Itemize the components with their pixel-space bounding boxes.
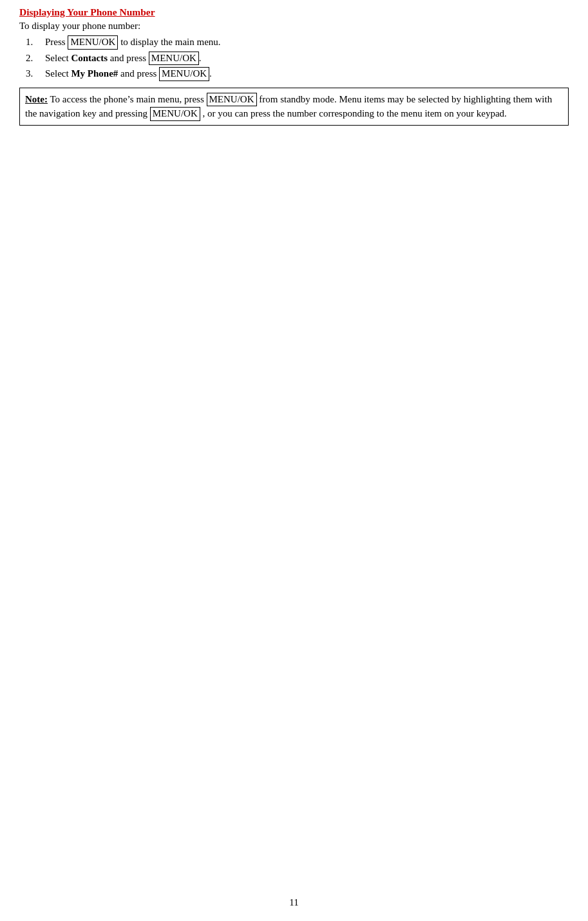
step-3-number: 3.: [19, 68, 45, 79]
page-number: 11: [289, 897, 298, 908]
note-text-1: To access the phone’s main menu, press: [50, 94, 206, 104]
step-3-bold: My Phone#: [71, 68, 118, 79]
step-3: 3. Select My Phone# and press MENU/OK.: [19, 67, 569, 81]
note-box: Note: To access the phone’s main menu, p…: [19, 88, 569, 126]
step-2: 2. Select Contacts and press MENU/OK.: [19, 52, 569, 66]
steps-list: 1. Press MENU/OK to display the main men…: [19, 35, 569, 81]
step-2-number: 2.: [19, 53, 45, 64]
note-key-1: MENU/OK: [207, 93, 257, 107]
step-3-key: MENU/OK: [159, 67, 209, 81]
step-2-bold: Contacts: [71, 53, 108, 63]
note-key-2: MENU/OK: [150, 107, 200, 121]
note-text-3: , or you can press the number correspond…: [202, 108, 506, 119]
note-label: Note:: [25, 94, 48, 104]
step-2-key: MENU/OK: [149, 52, 199, 66]
step-1-number: 1.: [19, 37, 45, 48]
step-3-text: Select My Phone# and press MENU/OK.: [45, 67, 569, 81]
step-1-key: MENU/OK: [68, 35, 118, 50]
step-2-text: Select Contacts and press MENU/OK.: [45, 52, 569, 66]
step-1-text: Press MENU/OK to display the main menu.: [45, 35, 569, 50]
step-1: 1. Press MENU/OK to display the main men…: [19, 35, 569, 50]
intro-text: To display your phone number:: [19, 21, 569, 32]
page-heading: Displaying Your Phone Number: [19, 6, 569, 18]
